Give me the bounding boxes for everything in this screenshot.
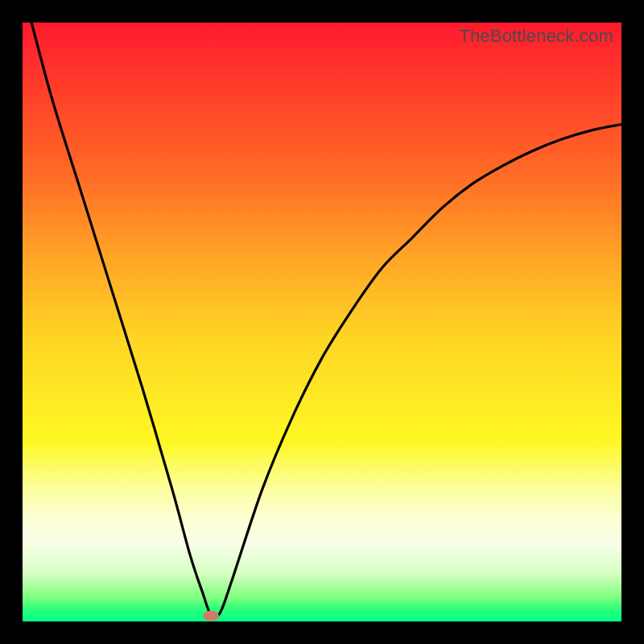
plot-area: TheBottleneck.com bbox=[23, 23, 621, 621]
minimum-marker bbox=[203, 610, 219, 621]
chart-frame: TheBottleneck.com bbox=[0, 0, 644, 644]
bottleneck-curve-path bbox=[31, 23, 621, 617]
curve-svg bbox=[23, 23, 621, 621]
